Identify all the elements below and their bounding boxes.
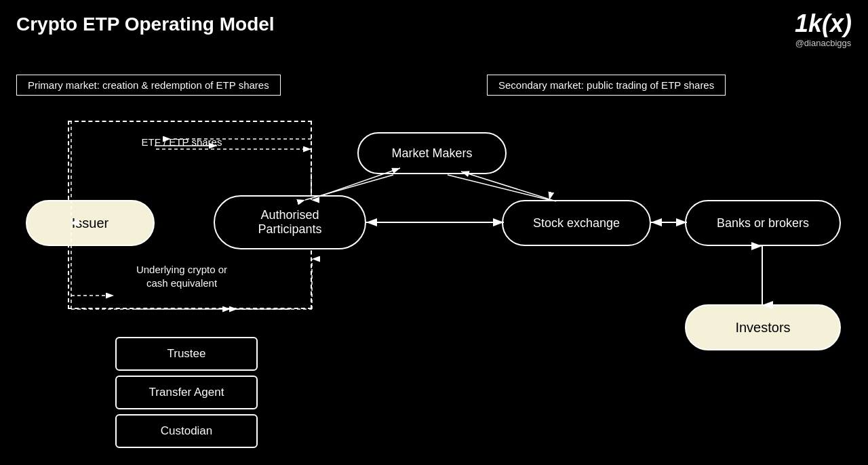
trustee-node: Trustee (115, 337, 258, 371)
market-makers-node: Market Makers (357, 132, 507, 174)
stock-exchange-node: Stock exchange (502, 200, 651, 246)
underlying-label: Underlying crypto or cash equivalent (134, 263, 229, 289)
primary-market-label: Primary market: creation & redemption of… (16, 75, 281, 96)
custodian-node: Custodian (115, 414, 258, 448)
page-title: Crypto ETP Operating Model (16, 14, 275, 35)
issuer-node: Issuer (26, 200, 155, 246)
etf-shares-label: ETF / ETP shares (141, 136, 222, 149)
banks-brokers-node: Banks or brokers (685, 200, 841, 246)
logo-sub: @dianacbiggs (795, 38, 852, 48)
logo: 1k(x) @dianacbiggs (795, 9, 852, 48)
investors-node: Investors (685, 304, 841, 350)
svg-line-19 (448, 175, 549, 200)
svg-line-21 (461, 171, 556, 201)
transfer-agent-node: Transfer Agent (115, 376, 258, 409)
authorised-participants-node: Authorised Participants (214, 195, 366, 249)
secondary-market-label: Secondary market: public trading of ETP … (487, 75, 726, 96)
logo-text: 1k(x) (795, 9, 852, 38)
